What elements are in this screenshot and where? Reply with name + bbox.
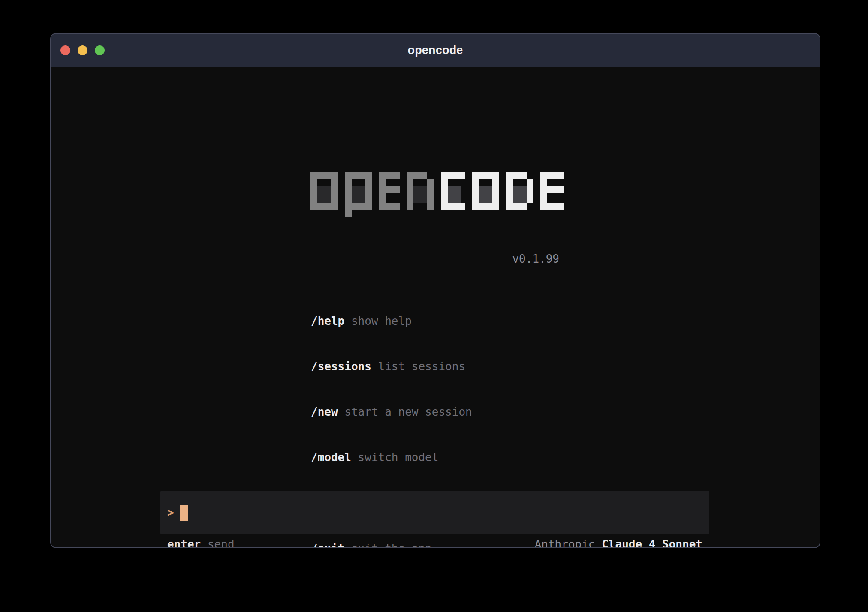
text-cursor (180, 505, 188, 521)
command-desc: switch model (351, 451, 439, 464)
command-desc: show help (344, 315, 412, 327)
opencode-logo: open code (310, 172, 564, 219)
screen: opencode open code (0, 0, 868, 612)
zoom-button[interactable] (95, 45, 105, 55)
command-desc: list sessions (371, 360, 465, 373)
command-name: /new (311, 405, 338, 418)
terminal-content: open code (51, 67, 820, 548)
window-titlebar: opencode (51, 34, 820, 67)
keybind-action: send (201, 538, 234, 548)
prompt-input[interactable]: > (160, 491, 709, 534)
prompt-chevron-icon: > (167, 506, 174, 519)
command-row-new: /new start a new session (311, 405, 472, 420)
keybind-hint: enter send (167, 537, 235, 548)
window-controls (60, 45, 105, 55)
command-row-sessions: /sessions list sessions (311, 359, 472, 374)
close-button[interactable] (60, 45, 70, 55)
command-desc: start a new session (338, 405, 472, 418)
window-title: opencode (407, 44, 463, 57)
version-label: v0.1.99 (310, 252, 564, 265)
model-provider: Anthropic (535, 538, 595, 548)
keybind-key: enter (167, 538, 201, 548)
minimize-button[interactable] (78, 45, 87, 55)
opencode-window: opencode open code (50, 33, 820, 548)
command-name: /help (311, 315, 344, 327)
status-bar: enter send Anthropic Claude 4 Sonnet (160, 537, 709, 548)
command-name: /sessions (311, 360, 371, 373)
logo-pixel-art (310, 172, 564, 217)
command-name: /model (311, 451, 351, 464)
model-name: Claude 4 Sonnet (595, 538, 702, 548)
command-row-model: /model switch model (311, 450, 472, 465)
model-indicator: Anthropic Claude 4 Sonnet (535, 537, 702, 548)
command-row-help: /help show help (311, 314, 472, 329)
